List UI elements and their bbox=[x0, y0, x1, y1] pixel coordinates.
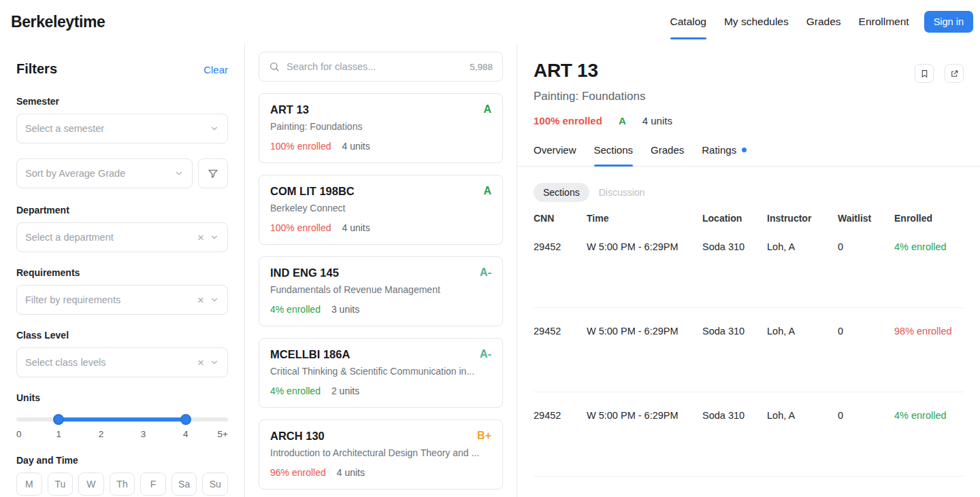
card-top: ARCH 130 B+ bbox=[270, 430, 491, 443]
nav-item-grades[interactable]: Grades bbox=[806, 16, 841, 28]
class-level-select-icons: × bbox=[197, 357, 219, 369]
units-ticks: 0 1 2 3 4 5+ bbox=[16, 429, 228, 441]
units-tick: 0 bbox=[16, 429, 22, 439]
cell-cnn: 29452 bbox=[534, 326, 587, 337]
nav-item-catalog[interactable]: Catalog bbox=[670, 16, 706, 28]
detail-stats: 100% enrolled A 4 units bbox=[534, 115, 964, 126]
semester-placeholder: Select a semester bbox=[25, 123, 104, 134]
day-button-monday[interactable]: M bbox=[16, 473, 42, 496]
department-select-icons: × bbox=[197, 232, 219, 243]
body: Filters Clear Semester Select a semester… bbox=[0, 44, 980, 497]
day-button-thursday[interactable]: Th bbox=[110, 473, 135, 496]
bookmark-button[interactable] bbox=[915, 64, 934, 83]
cell-instructor: Loh, A bbox=[767, 326, 838, 337]
class-level-select[interactable]: Select class levels × bbox=[16, 347, 228, 377]
requirements-label: Requirements bbox=[16, 267, 228, 278]
sections-table: CNN Time Location Instructor Waitlist En… bbox=[534, 213, 964, 477]
course-units: 4 units bbox=[342, 141, 370, 152]
section-row[interactable]: 29452 W 5:00 PM - 6:29PM Soda 310 Loh, A… bbox=[534, 392, 964, 477]
units-slider[interactable] bbox=[16, 414, 228, 425]
clear-icon[interactable]: × bbox=[197, 232, 204, 243]
toggle-discussion[interactable]: Discussion bbox=[589, 183, 655, 202]
sign-in-button[interactable]: Sign in bbox=[924, 11, 973, 33]
course-grade: A- bbox=[480, 348, 491, 360]
day-button-wednesday[interactable]: W bbox=[78, 473, 104, 496]
cell-waitlist: 0 bbox=[838, 326, 894, 337]
course-enrolled: 4% enrolled bbox=[270, 385, 321, 396]
clear-icon[interactable]: × bbox=[197, 357, 204, 369]
day-button-friday[interactable]: F bbox=[140, 473, 166, 496]
sort-direction-button[interactable] bbox=[198, 158, 228, 188]
chevron-down-icon bbox=[210, 295, 219, 305]
units-tick: 2 bbox=[99, 429, 104, 439]
cell-instructor: Loh, A bbox=[767, 241, 838, 252]
card-top: COM LIT 198BC A bbox=[270, 185, 491, 198]
day-buttons: M Tu W Th F Sa Su bbox=[16, 473, 228, 496]
open-external-button[interactable] bbox=[945, 64, 964, 83]
class-level-label: Class Level bbox=[16, 330, 228, 341]
search-icon bbox=[269, 61, 280, 72]
section-row[interactable]: 29452 W 5:00 PM - 6:29PM Soda 310 Loh, A… bbox=[534, 308, 964, 392]
day-button-saturday[interactable]: Sa bbox=[172, 473, 197, 496]
cell-enrolled: 4% enrolled bbox=[894, 410, 964, 421]
logo[interactable]: Berkeleytime bbox=[11, 13, 105, 31]
course-units: 4 units bbox=[337, 467, 365, 478]
detail-grade: A bbox=[619, 115, 626, 126]
card-meta: 100% enrolled 4 units bbox=[270, 222, 491, 233]
tab-ratings[interactable]: Ratings bbox=[702, 144, 747, 166]
chevron-down-icon bbox=[210, 124, 219, 133]
cell-instructor: Loh, A bbox=[767, 410, 838, 421]
cell-enrolled: 98% enrolled bbox=[894, 326, 964, 337]
cell-cnn: 29452 bbox=[534, 241, 587, 252]
card-top: IND ENG 145 A- bbox=[270, 267, 491, 279]
sort-select[interactable]: Sort by Average Grade bbox=[16, 158, 193, 188]
sections-table-header: CNN Time Location Instructor Waitlist En… bbox=[534, 213, 964, 224]
day-time-label: Day and Time bbox=[16, 455, 228, 466]
cell-time: W 5:00 PM - 6:29PM bbox=[587, 410, 702, 421]
filters-sidebar: Filters Clear Semester Select a semester… bbox=[0, 44, 245, 497]
course-card[interactable]: MCELLBI 186A A- Critical Thinking & Scie… bbox=[259, 338, 503, 408]
semester-select-icons bbox=[210, 124, 219, 133]
tab-grades[interactable]: Grades bbox=[651, 144, 684, 166]
clear-filters-link[interactable]: Clear bbox=[203, 64, 228, 75]
clear-icon[interactable]: × bbox=[197, 294, 204, 306]
units-min-handle[interactable] bbox=[53, 414, 64, 425]
section-row[interactable]: 29452 W 5:00 PM - 6:29PM Soda 310 Loh, A… bbox=[534, 224, 964, 308]
detail-actions bbox=[915, 64, 964, 83]
detail-course-title: Painting: Foundations bbox=[534, 90, 964, 103]
nav-item-enrollment[interactable]: Enrollment bbox=[859, 16, 909, 28]
course-code: COM LIT 198BC bbox=[270, 185, 355, 198]
column-header: Enrolled bbox=[894, 213, 964, 224]
search-box[interactable]: 5,988 bbox=[259, 52, 503, 82]
units-tick: 5+ bbox=[218, 429, 228, 439]
course-card[interactable]: ARCH 130 B+ Introduction to Architectura… bbox=[259, 419, 503, 490]
cell-location: Soda 310 bbox=[702, 410, 767, 421]
department-select[interactable]: Select a department × bbox=[16, 222, 228, 252]
column-header: Instructor bbox=[767, 213, 838, 224]
external-link-icon bbox=[950, 69, 959, 78]
course-card[interactable]: IND ENG 145 A- Fundamentals of Revenue M… bbox=[259, 256, 503, 326]
course-grade: A- bbox=[480, 267, 491, 279]
units-max-handle[interactable] bbox=[180, 414, 191, 425]
cell-location: Soda 310 bbox=[702, 326, 767, 337]
course-list-panel: 5,988 ART 13 A Painting: Foundations 100… bbox=[245, 44, 517, 497]
toggle-sections[interactable]: Sections bbox=[534, 183, 589, 202]
course-enrolled: 96% enrolled bbox=[270, 467, 326, 478]
day-button-sunday[interactable]: Su bbox=[202, 473, 228, 496]
top-header: Berkeleytime Catalog My schedules Grades… bbox=[0, 0, 980, 44]
course-card[interactable]: COM LIT 198BC A Berkeley Connect 100% en… bbox=[259, 175, 503, 245]
course-card[interactable]: ART 13 A Painting: Foundations 100% enro… bbox=[259, 93, 503, 163]
cell-waitlist: 0 bbox=[838, 241, 894, 252]
nav-item-my-schedules[interactable]: My schedules bbox=[724, 16, 789, 28]
detail-header: ART 13 bbox=[534, 60, 964, 83]
course-code: ART 13 bbox=[270, 103, 309, 116]
search-input[interactable] bbox=[287, 61, 463, 72]
semester-select[interactable]: Select a semester bbox=[16, 114, 228, 143]
day-button-tuesday[interactable]: Tu bbox=[48, 473, 74, 496]
tab-overview[interactable]: Overview bbox=[534, 144, 576, 166]
units-label: Units bbox=[16, 392, 228, 403]
chevron-down-icon bbox=[174, 169, 184, 178]
course-units: 2 units bbox=[331, 385, 359, 396]
tab-sections[interactable]: Sections bbox=[594, 144, 634, 166]
requirements-select[interactable]: Filter by requirements × bbox=[16, 285, 228, 315]
